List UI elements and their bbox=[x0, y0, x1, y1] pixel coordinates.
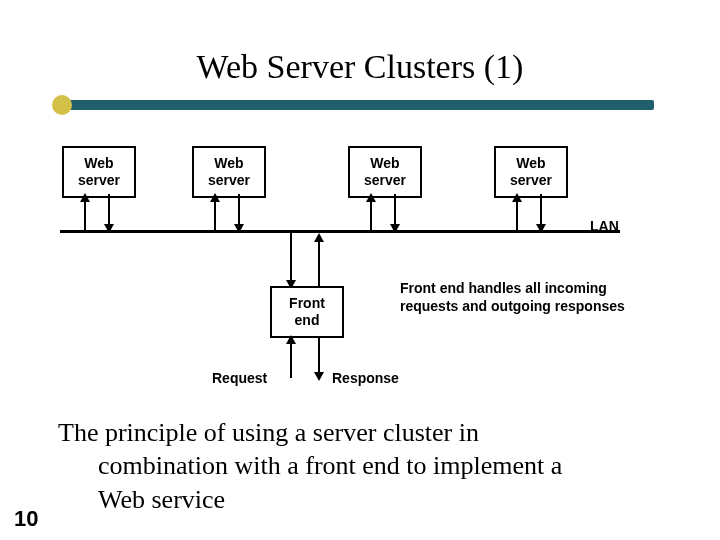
front-end-box: Frontend bbox=[270, 286, 344, 338]
arrow-down-icon bbox=[536, 224, 546, 233]
connector-line bbox=[84, 200, 86, 230]
arrow-up-icon bbox=[314, 233, 324, 242]
arrow-down-icon bbox=[390, 224, 400, 233]
arrow-up-icon bbox=[366, 193, 376, 202]
connector-line bbox=[370, 200, 372, 230]
slide: Web Server Clusters (1) Webserver Webser… bbox=[0, 0, 720, 540]
title-rule bbox=[54, 100, 654, 110]
arrow-down-icon bbox=[104, 224, 114, 233]
arrow-up-icon bbox=[286, 335, 296, 344]
web-server-box-4: Webserver bbox=[494, 146, 568, 198]
arrow-down-icon bbox=[314, 372, 324, 381]
slide-caption: The principle of using a server cluster … bbox=[58, 416, 668, 516]
front-end-note: Front end handles all incoming requests … bbox=[400, 280, 630, 315]
request-label: Request bbox=[212, 370, 267, 386]
arrow-up-icon bbox=[80, 193, 90, 202]
web-server-box-2: Webserver bbox=[192, 146, 266, 198]
arrow-down-icon bbox=[234, 224, 244, 233]
arrow-up-icon bbox=[512, 193, 522, 202]
connector-line bbox=[318, 336, 320, 374]
connector-line bbox=[214, 200, 216, 230]
connector-line bbox=[290, 233, 292, 286]
lan-label: LAN bbox=[590, 218, 619, 234]
connector-line bbox=[318, 240, 320, 286]
arrow-up-icon bbox=[210, 193, 220, 202]
web-server-box-3: Webserver bbox=[348, 146, 422, 198]
connector-line bbox=[290, 342, 292, 378]
connector-line bbox=[516, 200, 518, 230]
web-server-box-1: Webserver bbox=[62, 146, 136, 198]
response-label: Response bbox=[332, 370, 399, 386]
cluster-diagram: Webserver Webserver Webserver Webserver … bbox=[60, 130, 660, 390]
bullet-dot-icon bbox=[52, 95, 72, 115]
page-number: 10 bbox=[14, 506, 38, 532]
slide-title: Web Server Clusters (1) bbox=[0, 48, 720, 86]
